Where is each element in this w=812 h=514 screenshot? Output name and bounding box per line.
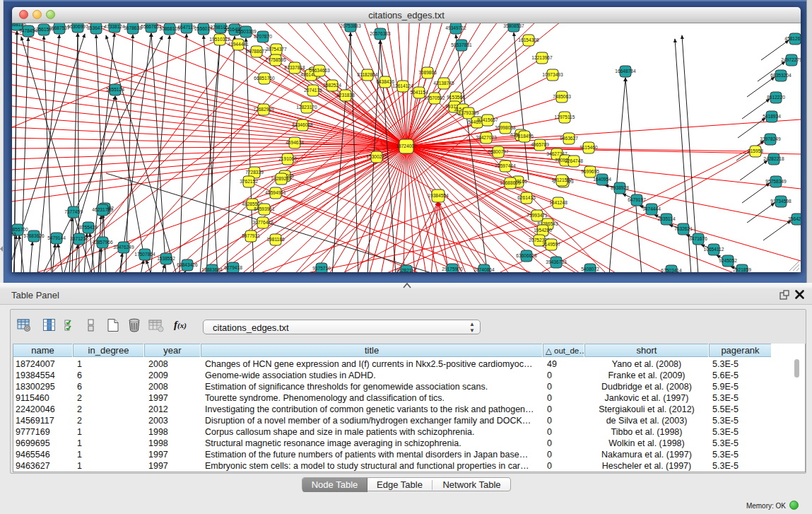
svg-text:6261415: 6261415 [517, 195, 536, 200]
svg-text:99788677: 99788677 [246, 49, 267, 54]
svg-text:7485063: 7485063 [553, 94, 571, 99]
svg-text:15300275: 15300275 [366, 154, 387, 159]
svg-text:3762152: 3762152 [240, 179, 258, 184]
svg-text:19510312: 19510312 [209, 37, 230, 42]
svg-text:68800797: 68800797 [488, 149, 509, 154]
svg-text:215958: 215958 [748, 148, 763, 153]
svg-text:3564217: 3564217 [788, 216, 801, 221]
svg-text:9115460: 9115460 [579, 145, 598, 150]
svg-text:10289289: 10289289 [271, 176, 292, 181]
svg-text:5418934: 5418934 [763, 114, 781, 119]
svg-text:4965789: 4965789 [531, 142, 549, 147]
svg-text:1640954: 1640954 [593, 177, 611, 182]
svg-text:9699695: 9699695 [581, 169, 599, 174]
svg-text:8612220: 8612220 [767, 95, 785, 100]
svg-text:2935114: 2935114 [657, 216, 676, 221]
svg-text:66306997: 66306997 [67, 24, 88, 29]
svg-text:72682989: 72682989 [253, 107, 274, 112]
svg-text:36998038: 36998038 [495, 125, 516, 130]
svg-text:24282218: 24282218 [763, 156, 784, 161]
svg-text:12975115: 12975115 [555, 115, 575, 119]
svg-text:1981186: 1981186 [266, 237, 285, 242]
svg-text:57683626: 57683626 [23, 233, 45, 238]
svg-text:10654112: 10654112 [704, 247, 724, 252]
svg-text:19384554: 19384554 [428, 193, 449, 198]
svg-text:19121552: 19121552 [551, 177, 572, 182]
svg-text:18883684: 18883684 [201, 267, 223, 272]
svg-text:8471676: 8471676 [689, 236, 707, 241]
svg-text:63606628: 63606628 [516, 253, 537, 258]
svg-text:6647119: 6647119 [177, 25, 196, 30]
svg-text:8938928: 8938928 [611, 185, 629, 190]
svg-text:10973493: 10973493 [542, 72, 563, 77]
svg-text:70855700: 70855700 [12, 227, 28, 232]
svg-text:73993471: 73993471 [526, 213, 548, 218]
svg-text:20570592: 20570592 [424, 95, 445, 100]
svg-text:5408072: 5408072 [581, 267, 599, 271]
svg-text:26753883: 26753883 [340, 23, 361, 28]
svg-text:2149597: 2149597 [542, 242, 560, 247]
svg-text:7089806: 7089806 [418, 70, 437, 75]
svg-text:2074176: 2074176 [304, 88, 322, 93]
svg-text:29175900: 29175900 [442, 267, 463, 271]
svg-text:12213967: 12213967 [531, 55, 553, 60]
svg-text:4694634: 4694634 [286, 140, 304, 145]
svg-text:2921859: 2921859 [733, 267, 751, 272]
svg-text:84593961: 84593961 [254, 206, 275, 211]
svg-text:28740864: 28740864 [473, 267, 495, 272]
svg-text:96282117: 96282117 [396, 268, 417, 272]
svg-text:81182864: 81182864 [358, 72, 378, 77]
svg-text:12823170: 12823170 [296, 105, 317, 110]
svg-text:17507864: 17507864 [134, 252, 155, 257]
svg-text:35808537: 35808537 [503, 23, 524, 28]
svg-text:64634663: 64634663 [309, 68, 330, 73]
svg-text:5855124: 5855124 [106, 87, 124, 92]
svg-text:9245052: 9245052 [719, 258, 737, 263]
svg-text:5977931: 5977931 [242, 233, 260, 238]
svg-text:42138745: 42138745 [433, 81, 454, 86]
svg-text:8231838: 8231838 [336, 93, 355, 98]
svg-text:16154308: 16154308 [518, 37, 539, 42]
svg-text:38427073: 38427073 [476, 135, 497, 140]
svg-text:30776478: 30776478 [252, 220, 273, 225]
svg-text:6279418: 6279418 [224, 265, 242, 270]
svg-text:6479197: 6479197 [628, 197, 646, 202]
svg-text:87337818: 87337818 [284, 65, 305, 70]
svg-text:38754377: 38754377 [266, 47, 287, 52]
svg-text:8536477: 8536477 [87, 25, 105, 30]
svg-text:9463627: 9463627 [560, 136, 578, 141]
svg-text:63843426: 63843426 [177, 262, 198, 267]
svg-text:67503414: 67503414 [661, 268, 682, 272]
svg-text:24972279: 24972279 [781, 57, 801, 62]
svg-text:47338124: 47338124 [104, 24, 125, 29]
svg-text:95758349: 95758349 [765, 179, 787, 184]
svg-text:7818496: 7818496 [515, 134, 534, 139]
svg-text:10688609: 10688609 [500, 180, 521, 185]
svg-text:83793389: 83793389 [458, 110, 479, 115]
svg-text:1841248: 1841248 [549, 200, 567, 205]
svg-text:68353204: 68353204 [770, 73, 792, 78]
svg-text:7377459: 7377459 [64, 209, 83, 214]
svg-text:1538552: 1538552 [157, 256, 175, 261]
svg-text:8707870: 8707870 [254, 34, 272, 39]
svg-text:2191066: 2191066 [278, 156, 297, 161]
svg-text:39436733: 39436733 [546, 259, 567, 264]
svg-text:70597444: 70597444 [495, 163, 516, 168]
svg-text:20576383: 20576383 [370, 31, 391, 36]
svg-text:45503389: 45503389 [235, 29, 257, 34]
svg-text:1954280: 1954280 [534, 228, 552, 233]
svg-text:58537831: 58537831 [451, 42, 472, 47]
svg-text:39476249: 39476249 [113, 245, 134, 250]
svg-text:45812670: 45812670 [784, 36, 801, 41]
svg-text:9474444: 9474444 [642, 206, 661, 211]
svg-text:31831063: 31831063 [12, 232, 16, 237]
svg-text:12614124: 12614124 [392, 83, 413, 88]
svg-text:46231783: 46231783 [92, 207, 113, 212]
svg-text:66851760: 66851760 [254, 76, 275, 81]
svg-text:27758595: 27758595 [265, 57, 286, 62]
svg-text:9153566: 9153566 [447, 95, 465, 100]
svg-text:18724007: 18724007 [396, 144, 417, 148]
svg-text:49349722: 49349722 [445, 25, 466, 30]
svg-text:7632621: 7632621 [674, 226, 693, 231]
svg-text:8755439: 8755439 [79, 225, 98, 230]
